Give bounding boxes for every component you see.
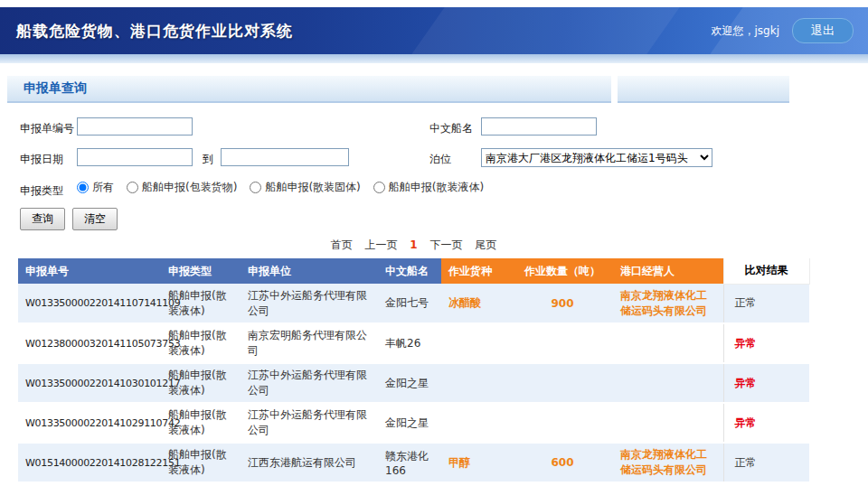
header-quantity: 作业数量（吨） [512,258,613,284]
declaration-no-label: 申报单编号 [20,121,74,136]
app-title: 船载危险货物、港口危货作业比对系统 [16,21,293,42]
agent-cell: 南京宏明船务代理有限公司 [241,323,378,363]
ship-name-cell: 金阳之星 [378,363,441,403]
declaration-type-radio-group: 所有 船舶申报(包装货物) 船舶申报(散装固体) 船舶申报(散装液体) [77,180,496,195]
pager-next[interactable]: 下一页 [430,238,463,251]
cargo-cell: 冰醋酸 [441,284,512,323]
table-row: W013350000220141029110742 船舶申报(散装液体) 江苏中… [18,403,809,443]
type-radio-bulk-solid[interactable] [250,182,261,193]
table-header-row: 申报单号 申报类型 申报单位 中文船名 作业货种 作业数量（吨） 港口经营人 比… [18,258,809,284]
type-radio-packaged[interactable] [127,182,138,193]
operator-cell: 南京龙翔液体化工储运码头有限公司 [613,443,723,482]
declaration-id-cell: W013350000220141029110742 [18,403,161,443]
table-row: W013350000220141030101217 船舶申报(散装液体) 江苏中… [18,363,809,403]
result-cell: 异常 [723,363,809,403]
quantity-cell: 600 [512,443,613,482]
header-operator: 港口经营人 [613,258,723,284]
type-option-bulk-liquid[interactable]: 船舶申报(散装液体) [373,180,484,195]
table-row: W012380000320141105073753 船舶申报(散装液体) 南京宏… [18,323,809,363]
pager-last[interactable]: 尾页 [475,238,496,251]
pager-first[interactable]: 首页 [331,238,353,251]
ship-name-label: 中文船名 [429,121,473,136]
section-bar-left: 申报单查询 [7,76,611,103]
form-actions: 查询 清空 [20,208,868,230]
declaration-id-cell: W015140000220141028122151 [18,443,161,482]
declaration-id-cell: W013350000220141030101217 [18,363,161,403]
declaration-type-cell: 船舶申报(散装液体) [161,363,241,403]
cargo-cell [441,403,512,443]
ship-name-cell: 金阳之星 [378,403,441,443]
welcome-text: 欢迎您，jsgkj [712,23,780,39]
results-table: 申报单号 申报类型 申报单位 中文船名 作业货种 作业数量（吨） 港口经营人 比… [18,258,810,483]
pagination-top: 首页 上一页 1 下一页 尾页 [18,238,809,253]
header-cargo: 作业货种 [441,258,512,284]
declaration-id-cell: W012380000320141105073753 [18,323,161,363]
header-declaration-id: 申报单号 [18,258,161,284]
agent-cell: 江苏中外运船务代理有限公司 [241,363,378,403]
table-row: W015140000220141028122151 船舶申报(散装液体) 江西东… [18,443,809,482]
operator-cell [613,323,723,363]
berth-select[interactable]: 南京港大厂港区龙翔液体化工储运1号码头 [481,148,712,167]
cargo-cell: 甲醇 [441,443,512,482]
agent-cell: 江苏中外运船务代理有限公司 [241,403,378,443]
operator-cell [613,403,723,443]
clear-button[interactable]: 清空 [72,208,118,230]
ship-name-cell: 丰帆26 [378,323,441,363]
type-option-packaged[interactable]: 船舶申报(包装货物) [127,180,237,195]
header-ship-name: 中文船名 [378,258,441,284]
type-option-packaged-label: 船舶申报(包装货物) [142,180,237,195]
section-bar-right [618,76,789,103]
result-cell: 正常 [723,443,809,482]
declaration-type-cell: 船舶申报(散装液体) [161,323,241,363]
result-cell: 异常 [723,323,809,363]
ship-name-cell: 金阳七号 [378,284,441,323]
type-label: 申报类型 [20,183,63,199]
date-to-input[interactable] [221,148,349,166]
date-to-label: 到 [203,152,213,167]
section-title: 申报单查询 [24,80,87,97]
section-bar: 申报单查询 [7,76,861,103]
declaration-type-cell: 船舶申报(散装液体) [161,443,241,482]
result-cell: 正常 [723,284,809,323]
type-option-bulk-liquid-label: 船舶申报(散装液体) [389,180,484,195]
pager-current-page: 1 [410,238,417,251]
query-form: 申报单编号 中文船名 申报日期 到 泊位 南京港大厂港区龙翔液体化工储运1号码头… [0,103,868,204]
agent-cell: 江西东港航运有限公司 [241,443,378,482]
quantity-cell [512,363,613,403]
type-option-bulk-solid-label: 船舶申报(散装固体) [265,180,360,195]
ship-name-cell: 赣东港化166 [378,443,441,482]
type-option-all[interactable]: 所有 [77,180,114,195]
header-declaration-type: 申报类型 [161,258,241,284]
date-label: 申报日期 [20,152,63,167]
app-header: 船载危险货物、港口危货作业比对系统 欢迎您，jsgkj 退出 [0,7,868,54]
type-radio-bulk-liquid[interactable] [373,182,385,193]
logout-button[interactable]: 退出 [792,18,854,43]
cargo-cell [441,323,512,363]
quantity-cell: 900 [512,284,613,323]
query-button[interactable]: 查询 [20,208,65,230]
section-bar-gap [611,76,618,103]
header-compare-result: 比对结果 [723,258,809,284]
result-cell: 异常 [723,403,809,443]
header-accent-strip [0,54,868,63]
cargo-cell [441,363,512,403]
declaration-type-cell: 船舶申报(散装液体) [161,403,241,443]
quantity-cell [512,323,613,363]
ship-name-input[interactable] [481,117,597,136]
agent-cell: 江苏中外运船务代理有限公司 [241,284,378,323]
declaration-id-cell: W013350000220141107141109 [18,284,161,323]
type-option-all-label: 所有 [92,180,114,195]
header-user-area: 欢迎您，jsgkj 退出 [712,18,854,43]
header-agent: 申报单位 [241,258,378,284]
date-from-input[interactable] [77,148,193,166]
type-radio-all[interactable] [77,182,89,193]
table-row: W013350000220141107141109 船舶申报(散装液体) 江苏中… [18,284,809,323]
declaration-type-cell: 船舶申报(散装液体) [161,284,241,323]
operator-cell [613,363,723,403]
declaration-no-input[interactable] [77,117,193,136]
operator-cell: 南京龙翔液体化工储运码头有限公司 [613,284,723,323]
type-option-bulk-solid[interactable]: 船舶申报(散装固体) [250,180,360,195]
quantity-cell [512,403,613,443]
pager-prev[interactable]: 上一页 [364,238,397,251]
berth-label: 泊位 [429,152,451,167]
